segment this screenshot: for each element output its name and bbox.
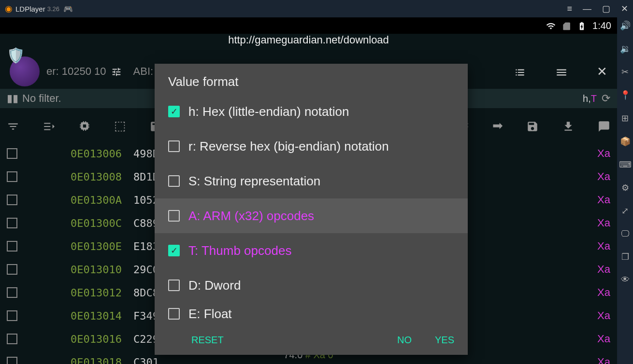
- close-panel-icon[interactable]: ✕: [597, 64, 607, 79]
- row-type: Xa: [597, 263, 610, 276]
- option-label: A: ARM (x32) opcodes: [188, 209, 314, 224]
- dialog-buttons: RESET NO YES: [155, 325, 468, 355]
- menu-icon[interactable]: ≡: [567, 4, 572, 14]
- checklist-icon[interactable]: [43, 118, 55, 133]
- format-option[interactable]: r: Reverse hex (big-endian) notation: [155, 129, 468, 164]
- option-checkbox[interactable]: [168, 140, 180, 152]
- option-label: S: String representation: [188, 174, 320, 189]
- screen-icon[interactable]: 🖵: [621, 229, 630, 239]
- app-version: 3.26: [47, 5, 59, 13]
- collapse-icon[interactable]: ⤢: [621, 206, 629, 216]
- android-status-bar: 1:40: [0, 17, 617, 34]
- filter-text[interactable]: No filter.: [22, 92, 61, 105]
- option-checkbox[interactable]: [168, 210, 180, 222]
- row-checkbox[interactable]: [7, 241, 17, 252]
- row-address: 0E01300A: [71, 194, 133, 206]
- row-checkbox[interactable]: [7, 218, 17, 228]
- row-type: Xa: [597, 286, 610, 299]
- option-label: h: Hex (little-endian) notation: [188, 104, 349, 119]
- format-option[interactable]: S: String representation: [155, 164, 468, 198]
- row-address: 0E013008: [71, 171, 133, 183]
- close-icon[interactable]: ✕: [621, 3, 628, 14]
- format-option[interactable]: ✓T: Thumb opcodes: [155, 233, 468, 268]
- row-type: Xa: [597, 240, 610, 252]
- cpu-icon[interactable]: [78, 118, 91, 133]
- row-checkbox[interactable]: [7, 287, 17, 298]
- option-checkbox[interactable]: ✓: [168, 245, 180, 256]
- option-label: E: Float: [188, 307, 232, 322]
- ldplayer-logo-icon: ◉: [5, 3, 13, 14]
- row-address: 0E013006: [71, 148, 133, 160]
- reset-button[interactable]: RESET: [191, 335, 224, 346]
- save-icon[interactable]: [526, 118, 539, 133]
- format-option[interactable]: A: ARM (x32) opcodes: [155, 198, 468, 233]
- select-icon[interactable]: ⬚: [114, 118, 126, 133]
- row-address: 0E01300C: [71, 217, 133, 229]
- multi-window-icon[interactable]: ❐: [621, 252, 629, 262]
- gg-shield-icon: 🛡️: [7, 47, 25, 64]
- location-icon[interactable]: 📍: [620, 90, 631, 100]
- pause-icon[interactable]: ▮▮: [7, 92, 18, 105]
- yes-button[interactable]: YES: [435, 335, 454, 346]
- row-checkbox[interactable]: [7, 264, 17, 275]
- value-format-dialog: Value format ✓h: Hex (little-endian) not…: [155, 64, 468, 355]
- fullscreen-add-icon[interactable]: ⊞: [621, 113, 629, 124]
- forward-icon[interactable]: ➡: [492, 118, 503, 133]
- volume-up-icon[interactable]: 🔊: [620, 20, 631, 31]
- row-checkbox[interactable]: [7, 148, 17, 159]
- row-address: 0E01300E: [71, 240, 133, 252]
- no-button[interactable]: NO: [397, 335, 412, 346]
- row-checkbox[interactable]: [7, 310, 17, 321]
- app-name: LDPlayer: [15, 5, 45, 13]
- option-label: r: Reverse hex (big-endian) notation: [188, 139, 389, 154]
- row-address: 0E013014: [71, 310, 133, 322]
- gamepad-icon: 🎮: [63, 4, 73, 14]
- row-type: Xa: [597, 333, 610, 345]
- maximize-icon[interactable]: ▢: [602, 3, 610, 14]
- wifi-icon: [546, 20, 556, 31]
- list-icon[interactable]: [514, 64, 526, 79]
- note-icon[interactable]: [598, 118, 610, 133]
- volume-down-icon[interactable]: 🔉: [620, 43, 631, 54]
- eye-icon[interactable]: 👁: [621, 275, 630, 285]
- dialog-title: Value format: [155, 64, 468, 94]
- row-type: Xa: [597, 147, 610, 160]
- format-indicator[interactable]: h,T: [583, 93, 597, 104]
- option-checkbox[interactable]: [168, 280, 180, 291]
- row-checkbox[interactable]: [7, 334, 17, 344]
- keyboard-icon[interactable]: ⌨: [619, 159, 632, 170]
- settings-icon[interactable]: ⚙: [621, 182, 629, 193]
- option-label: T: Thumb opcodes: [188, 243, 291, 258]
- format-option[interactable]: D: Dword: [155, 268, 468, 303]
- apk-icon[interactable]: 📦: [620, 136, 631, 147]
- row-type: Xa: [597, 194, 610, 206]
- row-type: Xa: [597, 170, 610, 183]
- option-label: D: Dword: [188, 278, 241, 293]
- row-address: 0E013010: [71, 264, 133, 276]
- minimize-icon[interactable]: —: [583, 4, 591, 14]
- row-type: Xa: [597, 309, 610, 322]
- row-checkbox[interactable]: [7, 171, 17, 182]
- refresh-icon[interactable]: ⟳: [602, 92, 610, 105]
- sim-icon: [561, 20, 571, 31]
- format-option[interactable]: E: Float: [155, 303, 468, 325]
- option-checkbox[interactable]: ✓: [168, 106, 180, 117]
- option-checkbox[interactable]: [168, 175, 180, 187]
- tune-icon[interactable]: [111, 65, 122, 78]
- download-icon[interactable]: [562, 118, 575, 133]
- row-address: 0E013016: [71, 333, 133, 345]
- scissors-icon[interactable]: ✂: [621, 67, 629, 77]
- hamburger-icon[interactable]: [555, 64, 568, 79]
- ldplayer-sidebar: 🔊 🔉 ✂ 📍 ⊞ 📦 ⌨ ⚙ ⤢ 🖵 ❐ 👁: [617, 17, 633, 364]
- option-checkbox[interactable]: [168, 308, 180, 320]
- clock-time: 1:40: [592, 20, 611, 31]
- row-type: Xa: [597, 217, 610, 229]
- window-titlebar: ◉ LDPlayer 3.26 🎮 ≡ — ▢ ✕: [0, 0, 633, 17]
- row-checkbox[interactable]: [7, 195, 17, 205]
- battery-charging-icon: [577, 20, 587, 31]
- process-info: er: 10250 10: [46, 65, 106, 78]
- format-option[interactable]: ✓h: Hex (little-endian) notation: [155, 94, 468, 129]
- process-orb[interactable]: 🛡️: [10, 56, 40, 86]
- funnel-icon[interactable]: [7, 118, 19, 133]
- dialog-options: ✓h: Hex (little-endian) notationr: Rever…: [155, 94, 468, 325]
